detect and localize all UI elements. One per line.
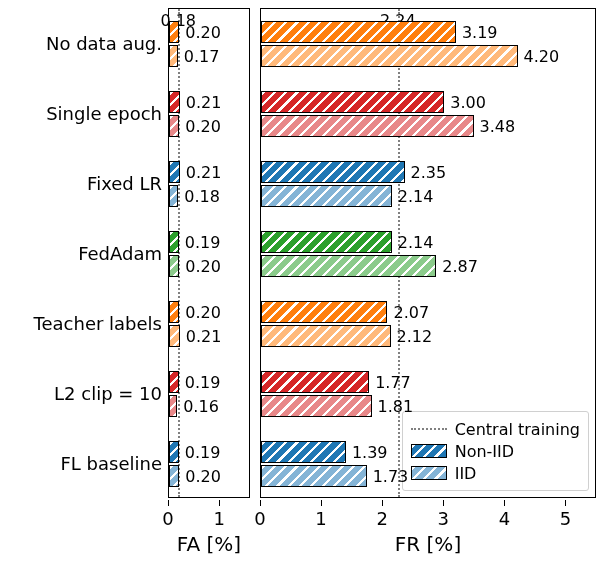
x-tick	[168, 500, 169, 506]
bar-value-label: 1.81	[378, 397, 414, 416]
bar	[261, 255, 436, 277]
bar	[169, 371, 179, 393]
category-label: FL baseline	[0, 453, 162, 474]
legend-noniid-label: Non-IID	[455, 442, 514, 461]
x-tick-label: 0	[162, 508, 173, 529]
bar	[261, 395, 372, 417]
bar	[169, 161, 180, 183]
bar-value-label: 3.48	[480, 117, 516, 136]
panel-fr: 2.24 Central training Non-IID IID 3.194.…	[260, 8, 596, 498]
bar	[169, 115, 179, 137]
bar	[261, 371, 369, 393]
bar	[261, 441, 346, 463]
x-axis-fr: FR [%] 012345	[260, 500, 596, 580]
bar-value-label: 2.87	[442, 257, 478, 276]
bar	[261, 465, 367, 487]
bar-value-label: 2.14	[398, 233, 434, 252]
bar-value-label: 0.18	[184, 187, 220, 206]
x-tick	[321, 500, 322, 506]
x-tick-label: 1	[315, 508, 326, 529]
bar	[261, 161, 405, 183]
bar-value-label: 4.20	[524, 47, 560, 66]
x-tick	[565, 500, 566, 506]
bar-value-label: 1.77	[375, 373, 411, 392]
x-tick-label: 5	[560, 508, 571, 529]
bar	[169, 45, 178, 67]
x-label-fa: FA [%]	[168, 532, 250, 556]
bar-value-label: 0.21	[186, 93, 222, 112]
dotted-line-icon	[411, 428, 447, 430]
bar-value-label: 0.21	[186, 327, 222, 346]
x-tick-label: 3	[438, 508, 449, 529]
y-axis-labels: No data aug.Single epochFixed LRFedAdamT…	[0, 8, 168, 498]
bar	[261, 185, 392, 207]
bar-value-label: 0.20	[185, 303, 221, 322]
bar-value-label: 2.07	[393, 303, 429, 322]
category-label: No data aug.	[0, 33, 162, 54]
bar-value-label: 2.12	[397, 327, 433, 346]
reference-line-fa	[178, 9, 180, 497]
bar	[169, 21, 179, 43]
category-label: FedAdam	[0, 243, 162, 264]
bar	[169, 465, 179, 487]
x-tick	[219, 500, 220, 506]
bar	[261, 91, 444, 113]
x-tick	[382, 500, 383, 506]
bar	[261, 231, 392, 253]
bar-value-label: 3.00	[450, 93, 486, 112]
bar-value-label: 0.20	[185, 117, 221, 136]
category-label: Teacher labels	[0, 313, 162, 334]
bar-value-label: 0.19	[185, 373, 221, 392]
bar	[169, 325, 180, 347]
bar	[261, 115, 474, 137]
bar-value-label: 0.19	[185, 443, 221, 462]
bar-value-label: 2.35	[411, 163, 447, 182]
swatch-noniid	[411, 444, 447, 458]
bar-value-label: 0.20	[185, 467, 221, 486]
x-tick-label: 4	[499, 508, 510, 529]
bar-value-label: 1.73	[373, 467, 409, 486]
x-axis-fa: FA [%] 01	[168, 500, 250, 580]
bar	[261, 45, 518, 67]
bar	[169, 301, 179, 323]
bar	[169, 441, 179, 463]
bar-value-label: 0.20	[185, 23, 221, 42]
reference-line-fr	[398, 9, 400, 497]
category-label: Fixed LR	[0, 173, 162, 194]
bar	[169, 91, 180, 113]
legend-iid-label: IID	[455, 464, 477, 483]
bar-value-label: 0.19	[185, 233, 221, 252]
x-tick	[443, 500, 444, 506]
x-tick	[260, 500, 261, 506]
bar	[169, 231, 179, 253]
legend-central: Central training	[411, 418, 580, 440]
x-tick	[504, 500, 505, 506]
x-tick-label: 1	[214, 508, 225, 529]
bar	[169, 255, 179, 277]
legend-central-label: Central training	[455, 420, 580, 439]
x-label-fr: FR [%]	[260, 532, 596, 556]
bar	[169, 185, 178, 207]
bar-value-label: 3.19	[462, 23, 498, 42]
bar-value-label: 0.16	[183, 397, 219, 416]
x-tick-label: 0	[254, 508, 265, 529]
category-label: L2 clip = 10	[0, 383, 162, 404]
bar	[261, 21, 456, 43]
bar-value-label: 0.21	[186, 163, 222, 182]
bar-value-label: 2.14	[398, 187, 434, 206]
bar	[261, 325, 391, 347]
bar-value-label: 1.39	[352, 443, 388, 462]
bar-value-label: 0.17	[184, 47, 220, 66]
legend-iid: IID	[411, 462, 580, 484]
panel-fa: 0.18 0.200.170.210.200.210.180.190.200.2…	[168, 8, 250, 498]
bar-value-label: 0.20	[185, 257, 221, 276]
legend: Central training Non-IID IID	[402, 411, 589, 491]
bar	[261, 301, 387, 323]
bar	[169, 395, 177, 417]
x-tick-label: 2	[376, 508, 387, 529]
chart-figure: No data aug.Single epochFixed LRFedAdamT…	[0, 0, 602, 586]
swatch-iid	[411, 466, 447, 480]
legend-noniid: Non-IID	[411, 440, 580, 462]
category-label: Single epoch	[0, 103, 162, 124]
